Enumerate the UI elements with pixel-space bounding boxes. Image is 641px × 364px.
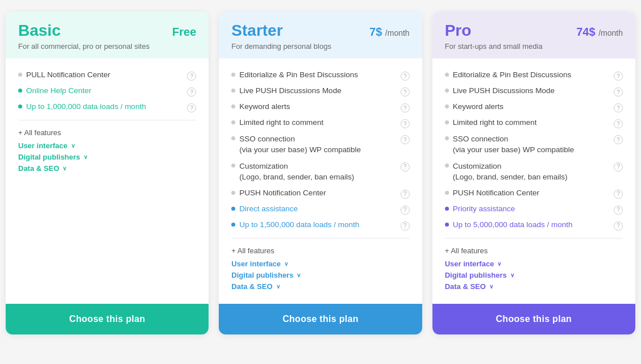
feature-tag-pro-1[interactable]: Digital publishers ∨ [445,271,623,279]
help-icon[interactable]: ? [401,87,410,97]
divider [445,238,623,239]
plan-features-pro: Editorialize & Pin Best Discussions?Live… [432,58,635,304]
feature-bullet [231,120,235,124]
help-icon[interactable]: ? [401,221,410,231]
feature-bullet [231,136,235,140]
feature-item-pro-8: Up to 5,000,000 data loads / month? [445,217,623,233]
plan-price-pro: 74$ /month [576,26,623,39]
feature-bullet [18,73,22,77]
feature-tag-starter-1[interactable]: Digital publishers ∨ [231,271,409,279]
feature-text-starter-3: Limited right to comment [239,118,323,127]
feature-item-starter-6: PUSH Notification Center? [231,186,409,202]
feature-tag-basic-2[interactable]: Data & SEO ∨ [18,164,196,173]
plan-header-starter: Starter7$ /monthFor demanding personal b… [219,11,422,58]
plan-name-pro: Pro [445,22,472,40]
plan-subtitle-starter: For demanding personal blogs [231,42,409,51]
feature-text-pro-4: SSO connection(via your user base) WP co… [453,134,575,156]
divider [231,238,409,239]
feature-text-pro-5: Customization(Logo, brand, sender, ban e… [453,161,568,183]
feature-bullet [445,120,449,124]
all-features-basic: + All featuresUser interface ∨Digital pu… [18,125,196,179]
plan-name-basic: Basic [18,22,61,40]
plan-cta-pro: Choose this plan [432,304,635,334]
all-features-starter: + All featuresUser interface ∨Digital pu… [231,243,409,297]
feature-bullet [231,89,235,93]
feature-bullet [445,191,449,195]
help-icon[interactable]: ? [614,87,623,97]
feature-text-starter-1: Live PUSH Discussions Mode [239,86,341,95]
feature-bullet [18,104,22,108]
feature-item-starter-0: Editorialize & Pin Best Discussions? [231,68,409,83]
help-icon[interactable]: ? [401,72,410,81]
feature-item-starter-8: Up to 1,500,000 data loads / month? [231,217,409,233]
plan-features-basic: PULL Notification Center?Online Help Cen… [6,58,209,304]
feature-text-starter-7: Direct assistance [239,204,298,213]
feature-bullet [445,136,449,140]
all-features-label-basic: + All features [18,128,196,137]
cta-button-starter[interactable]: Choose this plan [219,304,422,334]
feature-item-pro-3: Limited right to comment? [445,115,623,131]
feature-item-starter-4: SSO connection(via your user base) WP co… [231,131,409,158]
feature-bullet [445,104,449,108]
help-icon[interactable]: ? [614,206,623,215]
feature-item-starter-2: Keyword alerts? [231,99,409,115]
feature-item-basic-0: PULL Notification Center? [18,68,196,83]
feature-text-pro-6: PUSH Notification Center [453,189,539,197]
feature-bullet [231,164,235,168]
help-icon[interactable]: ? [401,206,410,215]
feature-item-pro-0: Editorialize & Pin Best Discussions? [445,68,623,83]
help-icon[interactable]: ? [401,103,410,112]
help-icon[interactable]: ? [614,119,623,128]
feature-bullet [231,191,235,195]
feature-tag-starter-2[interactable]: Data & SEO ∨ [231,282,409,291]
feature-text-basic-0: PULL Notification Center [26,70,110,79]
cta-button-basic[interactable]: Choose this plan [6,304,209,334]
plan-subtitle-pro: For start-ups and small media [445,42,623,51]
help-icon[interactable]: ? [614,103,623,112]
feature-text-starter-5: Customization(Logo, brand, sender, ban e… [239,161,354,183]
feature-item-pro-1: Live PUSH Discussions Mode? [445,83,623,99]
feature-item-pro-7: Priority assistance? [445,202,623,217]
help-icon[interactable]: ? [401,135,410,144]
feature-item-basic-1: Online Help Center? [18,83,196,99]
feature-item-pro-6: PUSH Notification Center? [445,186,623,202]
plan-price-starter: 7$ /month [369,26,410,39]
divider [18,120,196,120]
help-icon[interactable]: ? [614,135,623,144]
help-icon[interactable]: ? [401,119,410,128]
feature-text-pro-1: Live PUSH Discussions Mode [453,86,555,95]
feature-item-pro-2: Keyword alerts? [445,99,623,115]
feature-bullet [445,89,449,93]
feature-text-starter-8: Up to 1,500,000 data loads / month [239,220,359,229]
help-icon[interactable]: ? [614,72,623,81]
plan-cta-basic: Choose this plan [6,304,209,334]
feature-item-pro-5: Customization(Logo, brand, sender, ban e… [445,158,623,186]
help-icon[interactable]: ? [401,190,410,199]
feature-tag-starter-0[interactable]: User interface ∨ [231,260,409,268]
feature-item-starter-5: Customization(Logo, brand, sender, ban e… [231,158,409,186]
cta-button-pro[interactable]: Choose this plan [432,304,635,334]
feature-text-pro-7: Priority assistance [453,204,515,213]
help-icon[interactable]: ? [614,221,623,231]
help-icon[interactable]: ? [401,162,410,171]
feature-item-starter-1: Live PUSH Discussions Mode? [231,83,409,99]
feature-item-starter-3: Limited right to comment? [231,115,409,131]
help-icon[interactable]: ? [614,162,623,171]
feature-bullet [445,223,449,227]
feature-text-basic-2: Up to 1,000,000 data loads / month [26,102,146,111]
plan-header-pro: Pro74$ /monthFor start-ups and small med… [432,11,635,58]
help-icon[interactable]: ? [187,72,196,81]
feature-tag-basic-1[interactable]: Digital publishers ∨ [18,153,196,161]
feature-tag-basic-0[interactable]: User interface ∨ [18,141,196,150]
feature-text-starter-4: SSO connection(via your user base) WP co… [239,134,361,156]
plan-card-basic: BasicFreeFor all commercial, pro or pers… [6,11,209,334]
help-icon[interactable]: ? [187,87,196,97]
plan-cta-starter: Choose this plan [219,304,422,334]
feature-text-pro-3: Limited right to comment [453,118,537,127]
feature-tag-pro-0[interactable]: User interface ∨ [445,260,623,268]
feature-text-starter-0: Editorialize & Pin Best Discussions [239,70,358,79]
feature-tag-pro-2[interactable]: Data & SEO ∨ [445,282,623,291]
help-icon[interactable]: ? [614,190,623,199]
help-icon[interactable]: ? [187,103,196,112]
plan-card-starter: Starter7$ /monthFor demanding personal b… [219,11,422,334]
